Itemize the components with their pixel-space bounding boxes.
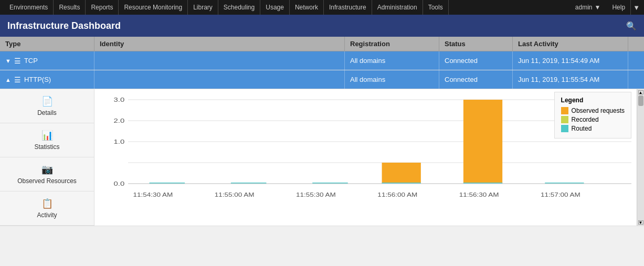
scroll-up-button[interactable]: ▲ <box>638 90 643 94</box>
https-registration-cell: All domains <box>345 70 439 89</box>
https-expanded-section: 📄 Details 📊 Statistics 📷 Observed Resour… <box>0 89 644 226</box>
routed-color-swatch <box>561 125 568 132</box>
nav-items-left: Environments Results Reports Resource Mo… <box>4 0 449 15</box>
https-bars-icon: ☰ <box>14 76 21 84</box>
legend-routed-label: Routed <box>572 125 592 132</box>
scroll-bar[interactable]: ▲ ▼ <box>637 89 644 226</box>
admin-menu[interactable]: admin ▼ <box>571 4 605 11</box>
svg-text:11:56:30 AM: 11:56:30 AM <box>459 192 499 198</box>
admin-label: admin <box>575 4 593 11</box>
nav-network[interactable]: Network <box>290 0 324 15</box>
svg-rect-14 <box>463 100 502 184</box>
top-navigation: Environments Results Reports Resource Mo… <box>0 0 644 15</box>
nav-library[interactable]: Library <box>188 0 218 15</box>
https-activity-cell: Jun 11, 2019, 11:55:54 AM <box>513 70 628 89</box>
svg-text:11:55:30 AM: 11:55:30 AM <box>296 192 336 198</box>
activity-icon: 📋 <box>41 198 53 209</box>
tcp-actions-cell <box>628 51 644 70</box>
sidebar-item-activity[interactable]: 📋 Activity <box>0 191 94 226</box>
sidebar-label-details: Details <box>37 109 57 116</box>
details-icon: 📄 <box>41 95 53 107</box>
sidebar-panel: 📄 Details 📊 Statistics 📷 Observed Resour… <box>0 89 94 226</box>
chart-area: 3.0 2.0 1.0 0.0 11:54:30 <box>94 89 637 226</box>
https-label: HTTP(S) <box>24 76 51 83</box>
svg-text:1.0: 1.0 <box>114 139 125 145</box>
tcp-type-cell: ▼ ⁣☰ TCP <box>0 51 94 70</box>
svg-text:3.0: 3.0 <box>114 97 125 103</box>
table-row-tcp[interactable]: ▼ ⁣☰ TCP All domains Connected Jun 11, 2… <box>0 51 644 70</box>
tcp-identity-cell <box>94 51 345 70</box>
nav-right: admin ▼ Help ▼ <box>571 0 640 15</box>
legend-title: Legend <box>561 97 625 104</box>
chevron-down-icon: ▼ <box>595 4 601 11</box>
tcp-bars-icon: ⁣☰ <box>14 57 21 65</box>
svg-text:11:55:00 AM: 11:55:00 AM <box>215 192 255 198</box>
svg-text:0.0: 0.0 <box>114 180 125 187</box>
nav-results[interactable]: Results <box>54 0 86 15</box>
nav-help[interactable]: Help <box>607 0 631 15</box>
col-status: Status <box>439 37 513 51</box>
nav-infrastructure[interactable]: Infrastructure <box>324 0 372 15</box>
table-header: Type Identity Registration Status Last A… <box>0 37 644 51</box>
sidebar-label-statistics: Statistics <box>34 143 59 151</box>
sidebar-label-activity: Activity <box>37 211 57 219</box>
col-last-activity: Last Activity <box>513 37 628 51</box>
svg-text:11:56:00 AM: 11:56:00 AM <box>377 192 417 198</box>
sidebar-item-observed-resources[interactable]: 📷 Observed Resources <box>0 157 94 191</box>
scroll-thumb[interactable] <box>638 95 643 106</box>
nav-environments[interactable]: Environments <box>4 0 54 15</box>
https-status-cell: Connected <box>439 70 513 89</box>
observed-color-swatch <box>561 107 568 114</box>
nav-resource-monitoring[interactable]: Resource Monitoring <box>119 0 188 15</box>
col-registration: Registration <box>345 37 439 51</box>
tcp-registration-cell: All domains <box>345 51 439 70</box>
main-content: Type Identity Registration Status Last A… <box>0 37 644 226</box>
legend-observed-label: Observed requests <box>572 107 625 114</box>
table-row-https[interactable]: ▲ ☰ HTTP(S) All domains Connected Jun 11… <box>0 70 644 89</box>
tcp-label: TCP <box>24 57 38 65</box>
col-identity: Identity <box>94 37 345 51</box>
nav-administration[interactable]: Administration <box>372 0 423 15</box>
svg-text:2.0: 2.0 <box>114 118 125 124</box>
tcp-activity-cell: Jun 11, 2019, 11:54:49 AM <box>513 51 628 70</box>
svg-text:11:57:00 AM: 11:57:00 AM <box>541 192 580 198</box>
https-type-cell: ▲ ☰ HTTP(S) <box>0 70 94 89</box>
nav-usage[interactable]: Usage <box>260 0 290 15</box>
col-actions <box>628 37 644 51</box>
svg-rect-12 <box>382 163 421 184</box>
bar-chart: 3.0 2.0 1.0 0.0 11:54:30 <box>100 94 631 210</box>
https-identity-cell <box>94 70 345 89</box>
nav-scheduling[interactable]: Scheduling <box>218 0 260 15</box>
svg-text:11:54:30 AM: 11:54:30 AM <box>133 192 173 198</box>
chart-legend: Legend Observed requests Recorded Routed <box>554 92 631 139</box>
recorded-color-swatch <box>561 116 568 123</box>
chevron-up-icon: ▲ <box>5 77 11 83</box>
help-chevron-icon: ▼ <box>633 4 640 12</box>
sidebar-label-observed: Observed Resources <box>17 177 77 185</box>
legend-observed: Observed requests <box>561 107 625 114</box>
sidebar-item-statistics[interactable]: 📊 Statistics <box>0 123 94 157</box>
col-type: Type <box>0 37 94 51</box>
observed-resources-icon: 📷 <box>41 164 53 175</box>
legend-recorded: Recorded <box>561 116 625 123</box>
https-actions-cell <box>628 70 644 89</box>
legend-routed: Routed <box>561 125 625 132</box>
chevron-right-icon: ▼ <box>5 58 11 64</box>
sidebar-item-details[interactable]: 📄 Details <box>0 89 94 123</box>
nav-tools[interactable]: Tools <box>423 0 449 15</box>
search-button[interactable]: 🔍 <box>626 21 637 31</box>
statistics-icon: 📊 <box>41 130 53 141</box>
page-header: Infrastructure Dashboard 🔍 <box>0 15 644 37</box>
legend-recorded-label: Recorded <box>572 116 599 123</box>
nav-reports[interactable]: Reports <box>86 0 119 15</box>
tcp-status-cell: Connected <box>439 51 513 70</box>
scroll-down-button[interactable]: ▼ <box>638 220 643 225</box>
page-title: Infrastructure Dashboard <box>7 20 121 31</box>
